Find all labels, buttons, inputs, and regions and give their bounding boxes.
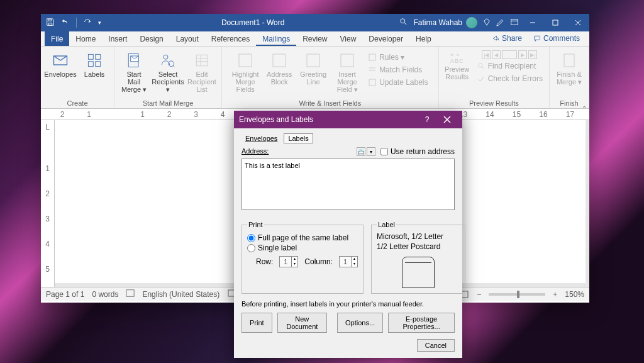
page-indicator[interactable]: Page 1 of 1 xyxy=(46,290,84,299)
label-preview-icon xyxy=(402,257,435,288)
address-book-icon[interactable]: 📇▾ xyxy=(357,147,375,156)
comments-label: Comments xyxy=(543,34,580,43)
tab-insert[interactable]: Insert xyxy=(102,31,133,46)
language-indicator[interactable]: English (United States) xyxy=(142,290,219,299)
group-write-insert: Highlight Merge Fields Address Block Gre… xyxy=(222,47,439,108)
labels-button[interactable]: Labels xyxy=(79,50,110,79)
zoom-in-icon[interactable]: + xyxy=(553,290,557,299)
tab-layout[interactable]: Layout xyxy=(170,31,205,46)
window-layout-icon[interactable] xyxy=(510,18,519,28)
svg-rect-17 xyxy=(341,54,353,67)
ribbon-tabs: File Home Insert Design Layout Reference… xyxy=(41,31,589,47)
minimize-button[interactable] xyxy=(524,14,541,31)
zoom-level[interactable]: 150% xyxy=(565,290,584,299)
start-mail-merge-button[interactable]: Start Mail Merge ▾ xyxy=(118,50,150,94)
row-label: Row: xyxy=(256,257,273,266)
address-label: Address: xyxy=(242,147,269,155)
full-page-radio[interactable]: Full page of the same label xyxy=(247,233,358,242)
svg-rect-1 xyxy=(511,19,518,25)
printer-hint: Before printing, insert labels in your p… xyxy=(242,300,455,308)
cancel-button[interactable]: Cancel xyxy=(417,339,455,352)
tab-help[interactable]: Help xyxy=(409,31,438,46)
search-icon[interactable] xyxy=(399,18,408,28)
group-smm-label: Start Mail Merge xyxy=(143,98,194,108)
quick-access-toolbar: ▾ xyxy=(41,18,106,28)
svg-rect-6 xyxy=(96,54,101,59)
svg-rect-19 xyxy=(369,79,375,86)
group-preview: « »ABCPreview Results |◀◀▶▶| Find Recipi… xyxy=(439,47,550,108)
group-create-label: Create xyxy=(67,98,87,108)
group-finish-label: Finish xyxy=(560,98,578,108)
svg-rect-5 xyxy=(88,54,93,59)
tab-design[interactable]: Design xyxy=(133,31,169,46)
tab-developer[interactable]: Developer xyxy=(362,31,409,46)
svg-rect-22 xyxy=(126,290,134,297)
zoom-out-icon[interactable]: − xyxy=(477,290,481,299)
column-label: Column: xyxy=(304,257,333,266)
tab-home[interactable]: Home xyxy=(69,31,102,46)
group-create: Envelopes Labels Create xyxy=(41,47,114,108)
tab-mailings[interactable]: Mailings xyxy=(256,31,296,46)
svg-rect-2 xyxy=(553,20,558,25)
zoom-slider[interactable] xyxy=(489,293,545,296)
redo-icon[interactable] xyxy=(83,18,92,28)
close-button[interactable] xyxy=(569,14,587,31)
qat-dropdown-icon[interactable]: ▾ xyxy=(98,20,101,26)
epostage-button[interactable]: E-postage Properties... xyxy=(388,313,455,333)
dialog-help-button[interactable]: ? xyxy=(417,111,437,128)
svg-rect-18 xyxy=(369,54,375,60)
insert-merge-field-button: Insert Merge Field ▾ xyxy=(331,50,363,94)
column-spinner[interactable]: ▴▾ xyxy=(339,256,358,267)
update-labels-button: Update Labels xyxy=(365,77,430,88)
save-icon[interactable] xyxy=(46,18,55,28)
share-button[interactable]: Share xyxy=(486,31,528,46)
edit-recipient-list-button: Edit Recipient List xyxy=(186,50,218,94)
address-textarea[interactable] xyxy=(242,159,455,210)
new-document-button[interactable]: New Document xyxy=(277,313,327,333)
dialog-titlebar[interactable]: Envelopes and Labels ? xyxy=(234,111,462,128)
tab-file[interactable]: File xyxy=(45,31,69,46)
svg-rect-14 xyxy=(239,54,252,67)
svg-rect-8 xyxy=(96,62,101,67)
finish-merge-button: Finish & Merge ▾ xyxy=(553,50,585,87)
tab-review[interactable]: Review xyxy=(296,31,333,46)
tab-view[interactable]: View xyxy=(334,31,363,46)
single-label-radio[interactable]: Single label xyxy=(247,243,358,252)
options-button[interactable]: Options... xyxy=(337,313,383,333)
highlight-merge-fields-button: Highlight Merge Fields xyxy=(230,50,261,94)
print-legend: Print xyxy=(247,221,264,228)
user-account[interactable]: Fatima Wahab xyxy=(413,17,477,28)
titlebar: ▾ Document1 - Word Fatima Wahab xyxy=(41,14,589,31)
preview-results-button: « »ABCPreview Results xyxy=(443,50,472,82)
svg-rect-13 xyxy=(196,55,208,66)
ribbon: Envelopes Labels Create Start Mail Merge… xyxy=(41,47,589,109)
label-info-line1: Microsoft, 1/2 Letter xyxy=(377,232,460,242)
svg-rect-7 xyxy=(88,62,93,67)
address-block-button: Address Block xyxy=(264,50,295,87)
vertical-ruler[interactable]: L12345 xyxy=(41,120,55,287)
word-count[interactable]: 0 words xyxy=(92,290,118,299)
dialog-tab-labels[interactable]: Labels xyxy=(284,133,313,143)
greeting-line-button: Greeting Line xyxy=(297,50,329,87)
tab-references[interactable]: References xyxy=(205,31,256,46)
pen-icon[interactable] xyxy=(496,18,505,28)
group-preview-label: Preview Results xyxy=(469,98,519,108)
use-return-address-checkbox[interactable]: Use return address xyxy=(380,147,455,156)
label-fieldset[interactable]: Label Microsoft, 1/2 Letter 1/2 Letter P… xyxy=(371,221,465,294)
select-recipients-button[interactable]: Select Recipients ▾ xyxy=(152,50,184,94)
undo-icon[interactable] xyxy=(61,18,70,28)
print-fieldset: Print Full page of the same label Single… xyxy=(242,221,364,294)
row-spinner[interactable]: ▴▾ xyxy=(279,256,298,267)
group-start-mail-merge: Start Mail Merge ▾ Select Recipients ▾ E… xyxy=(114,47,222,108)
svg-rect-21 xyxy=(564,54,574,67)
maximize-button[interactable] xyxy=(547,14,564,31)
dialog-close-button[interactable] xyxy=(437,111,457,128)
avatar xyxy=(466,17,477,28)
envelopes-button[interactable]: Envelopes xyxy=(45,50,76,79)
comments-button[interactable]: Comments xyxy=(528,31,586,46)
diamond-icon[interactable] xyxy=(482,18,491,28)
dialog-tab-envelopes[interactable]: Envelopes xyxy=(242,133,281,143)
spellcheck-icon[interactable] xyxy=(126,289,135,299)
print-button[interactable]: Print xyxy=(242,313,272,333)
share-label: Share xyxy=(502,34,522,43)
